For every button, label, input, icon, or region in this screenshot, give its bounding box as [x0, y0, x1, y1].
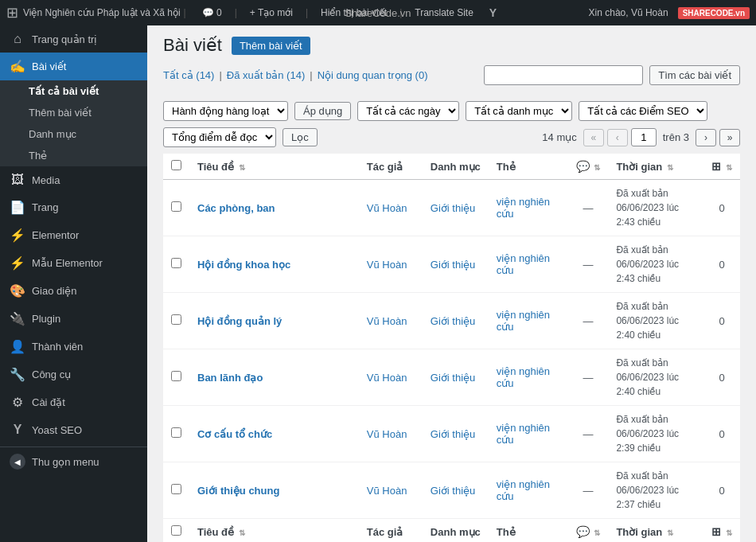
sidebar-item-users[interactable]: 👤 Thành viên — [0, 333, 147, 361]
sidebar-item-tools[interactable]: 🔧 Công cụ — [0, 361, 147, 388]
sidebar-themes-label: Giao diện — [32, 285, 76, 297]
row-checkbox[interactable] — [171, 314, 181, 325]
th-title[interactable]: Tiêu đề ⇅ — [189, 154, 359, 180]
search-input[interactable] — [484, 65, 643, 85]
row-checkbox[interactable] — [171, 201, 181, 212]
author-link[interactable]: Vũ Hoàn — [367, 259, 407, 271]
sidebar-item-yoast[interactable]: Y Yoast SEO — [0, 416, 147, 443]
posts-tbody: Các phòng, ban Vũ Hoàn Giới thiệu viện n… — [163, 180, 740, 519]
submenu-tags[interactable]: Thẻ — [0, 145, 147, 166]
comment-icon-link[interactable]: 💬 0 — [202, 7, 222, 18]
select-all-checkbox[interactable] — [171, 160, 181, 170]
tag-link[interactable]: viện nghiên cứu — [497, 478, 550, 502]
row-checkbox-cell — [163, 236, 189, 293]
bulk-action-select[interactable]: Hành động hàng loạt — [163, 101, 288, 121]
tag-link[interactable]: viện nghiên cứu — [497, 309, 550, 333]
tag-link[interactable]: viện nghiên cứu — [497, 252, 550, 276]
add-new-link[interactable]: + Tạo mới — [250, 7, 293, 18]
action-col-icon: ⊞ — [711, 160, 721, 173]
category-link[interactable]: Giới thiệu — [431, 202, 475, 214]
filter-published-label: Đã xuất bản — [227, 69, 284, 81]
add-new-button[interactable]: Thêm bài viết — [232, 37, 310, 55]
row-count-cell: 0 — [703, 462, 740, 519]
post-status: Đã xuất bản — [616, 356, 696, 370]
comment-value: — — [583, 259, 594, 271]
search-button[interactable]: Tìm các bài viết — [649, 65, 740, 85]
category-link[interactable]: Giới thiệu — [431, 485, 475, 497]
filter-important-link[interactable]: Nội dung quan trọng (0) — [318, 69, 428, 81]
author-link[interactable]: Vũ Hoàn — [367, 485, 407, 497]
row-checkbox-cell — [163, 462, 189, 519]
tag-link[interactable]: viện nghiên cứu — [497, 365, 550, 389]
filter-sort-select[interactable]: Tổng điểm dễ đọc — [163, 127, 276, 147]
plugins-icon: 🔌 — [10, 311, 25, 326]
sidebar-item-posts[interactable]: ✍ Bài viết — [0, 53, 147, 80]
tablenav-top: Hành động hàng loạt Áp dụng Tất cả các n… — [163, 101, 740, 147]
row-checkbox[interactable] — [171, 258, 181, 268]
row-checkbox[interactable] — [171, 484, 181, 494]
row-count-cell: 0 — [703, 180, 740, 236]
post-title-link[interactable]: Các phòng, ban — [197, 202, 275, 214]
elementor-icon: ⚡ — [10, 228, 25, 243]
sidebar-item-elementor[interactable]: ⚡ Elementor — [0, 221, 147, 249]
sidebar-item-elementor-templates[interactable]: ⚡ Mẫu Elementor — [0, 249, 147, 277]
row-count: 0 — [719, 259, 725, 271]
category-link[interactable]: Giới thiệu — [431, 259, 475, 271]
post-title-link[interactable]: Cơ cấu tổ chức — [197, 428, 272, 440]
author-link[interactable]: Vũ Hoàn — [367, 202, 407, 214]
row-count: 0 — [719, 428, 725, 440]
next-page-btn[interactable]: › — [696, 129, 716, 146]
category-link[interactable]: Giới thiệu — [431, 372, 475, 384]
filter-seo-select[interactable]: Tất cả các Điểm SEO — [579, 101, 707, 121]
filter-category-select[interactable]: Tất cả danh mục — [466, 101, 572, 121]
tfoot-comment-sort-icon: ⇅ — [594, 528, 600, 537]
th-title-label: Tiêu đề — [197, 161, 234, 173]
filter-all-link[interactable]: Tất cả (14) — [163, 69, 214, 81]
sidebar-item-dashboard[interactable]: ⌂ Trang quản trị — [0, 25, 147, 53]
sidebar-item-themes[interactable]: 🎨 Giao diện — [0, 277, 147, 305]
post-title-link[interactable]: Giới thiệu chung — [197, 485, 279, 497]
filter-date-select[interactable]: Tất cả các ngày — [357, 101, 459, 121]
post-title-link[interactable]: Hội đồng khoa học — [197, 259, 290, 271]
row-checkbox[interactable] — [171, 371, 181, 381]
sidebar-item-media[interactable]: 🖼 Media — [0, 166, 147, 193]
apply-button-top[interactable]: Áp dụng — [294, 102, 351, 120]
tag-link[interactable]: viện nghiên cứu — [497, 196, 550, 220]
sidebar-item-settings[interactable]: ⚙ Cài đặt — [0, 388, 147, 416]
filter-button[interactable]: Lọc — [283, 128, 318, 146]
author-link[interactable]: Vũ Hoàn — [367, 315, 407, 327]
post-title-link[interactable]: Hội đồng quản lý — [197, 315, 282, 327]
submenu-add-post[interactable]: Thêm bài viết — [0, 102, 147, 123]
row-checkbox[interactable] — [171, 427, 181, 438]
filter-published-link[interactable]: Đã xuất bản (14) — [227, 69, 305, 81]
translate-link[interactable]: Translate Site — [415, 7, 473, 18]
sidebar-media-label: Media — [32, 174, 60, 186]
author-link[interactable]: Vũ Hoàn — [367, 372, 407, 384]
first-page-btn[interactable]: « — [583, 129, 604, 146]
category-link[interactable]: Giới thiệu — [431, 315, 475, 327]
row-count-cell: 0 — [703, 236, 740, 293]
tfoot-th-date[interactable]: Thời gian ⇅ — [608, 519, 703, 543]
post-status: Đã xuất bản — [616, 469, 696, 483]
prev-page-btn[interactable]: ‹ — [607, 129, 628, 146]
last-page-btn[interactable]: » — [719, 129, 740, 146]
submenu-categories[interactable]: Danh mục — [0, 123, 147, 145]
themes-icon: 🎨 — [10, 283, 25, 298]
tag-link[interactable]: viện nghiên cứu — [497, 422, 550, 446]
site-logo[interactable]: ⊞ Viện Nghiên cứu Pháp luật và Xã hội — [6, 4, 181, 21]
th-date[interactable]: Thời gian ⇅ — [608, 154, 703, 180]
author-link[interactable]: Vũ Hoàn — [367, 428, 407, 440]
table-row: Giới thiệu chung Vũ Hoàn Giới thiệu viện… — [163, 462, 740, 519]
sidebar-item-pages[interactable]: 📄 Trang — [0, 193, 147, 221]
post-title-link[interactable]: Ban lãnh đạo — [197, 372, 263, 384]
row-count: 0 — [719, 372, 725, 384]
sidebar-item-plugins[interactable]: 🔌 Plugin — [0, 305, 147, 333]
row-category-cell: Giới thiệu — [423, 180, 489, 236]
collapse-menu-button[interactable]: ◀ Thu gọn menu — [0, 446, 147, 476]
category-link[interactable]: Giới thiệu — [431, 428, 475, 440]
tfoot-th-title[interactable]: Tiêu đề ⇅ — [189, 519, 359, 543]
page-input[interactable] — [631, 128, 657, 146]
submenu-all-posts[interactable]: Tất cả bài viết — [0, 80, 147, 102]
select-all-checkbox-bottom[interactable] — [171, 525, 181, 536]
sep2: | — [310, 69, 312, 81]
